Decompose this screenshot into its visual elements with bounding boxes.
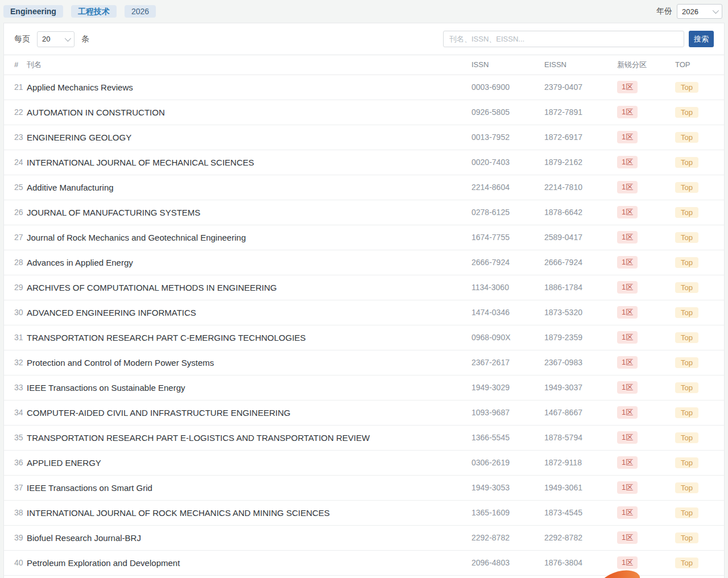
per-page-control: 每页 20 条 — [14, 31, 89, 47]
zone-badge: 1区 — [617, 356, 638, 369]
row-rank: 29 — [4, 275, 27, 300]
row-issn: 1474-0346 — [471, 300, 544, 325]
row-issn: 2367-2617 — [471, 350, 544, 375]
col-header-issn: ISSN — [471, 55, 544, 75]
table-row: 26 JOURNAL OF MANUFACTURING SYSTEMS 0278… — [4, 200, 724, 225]
row-issn: 0013-7952 — [471, 125, 544, 150]
zone-badge: 1区 — [617, 556, 638, 569]
zone-badge: 1区 — [617, 481, 638, 494]
zone-badge: 1区 — [617, 306, 638, 319]
col-header-zone: 新锐分区 — [617, 55, 675, 75]
top-badge: Top — [675, 332, 698, 343]
row-rank: 32 — [4, 350, 27, 375]
table-row: 21 Applied Mechanics Reviews 0003-6900 2… — [4, 75, 724, 100]
per-page-suffix-label: 条 — [81, 34, 89, 44]
row-issn: 1134-3060 — [471, 275, 544, 300]
year-dropdown-value: 2026 — [682, 7, 713, 16]
row-rank: 33 — [4, 375, 27, 400]
row-rank: 37 — [4, 475, 27, 500]
journal-name[interactable]: Additive Manufacturing — [27, 175, 471, 200]
zone-badge: 1区 — [617, 256, 638, 269]
top-badge: Top — [675, 132, 698, 143]
top-badge: Top — [675, 532, 698, 543]
year-dropdown[interactable]: 2026 — [677, 4, 722, 19]
col-header-eissn: EISSN — [544, 55, 617, 75]
year-label: 年份 — [656, 6, 672, 16]
row-rank: 26 — [4, 200, 27, 225]
journal-name[interactable]: Petroleum Exploration and Development — [27, 550, 471, 575]
zone-badge: 1区 — [617, 81, 638, 93]
journal-name[interactable]: APPLIED ENERGY — [27, 450, 471, 475]
row-issn: 1366-5545 — [471, 425, 544, 450]
zone-badge: 1区 — [617, 506, 638, 519]
row-issn: 2292-8782 — [471, 525, 544, 550]
per-page-value: 20 — [42, 35, 65, 43]
table-row: 39 Biofuel Research Journal-BRJ 2292-878… — [4, 525, 724, 550]
journal-name[interactable]: INTERNATIONAL JOURNAL OF MECHANICAL SCIE… — [27, 150, 471, 175]
zone-badge: 1区 — [617, 206, 638, 218]
col-header-name: 刊名 — [27, 55, 471, 75]
row-issn: 1365-1609 — [471, 500, 544, 525]
row-rank: 39 — [4, 525, 27, 550]
journal-name[interactable]: Biofuel Research Journal-BRJ — [27, 525, 471, 550]
journal-name[interactable]: AUTOMATION IN CONSTRUCTION — [27, 100, 471, 125]
top-badge: Top — [675, 257, 698, 268]
per-page-select[interactable]: 20 — [37, 31, 75, 47]
journal-name[interactable]: Applied Mechanics Reviews — [27, 75, 471, 100]
row-issn: 0306-2619 — [471, 450, 544, 475]
table-row: 34 COMPUTER-AIDED CIVIL AND INFRASTRUCTU… — [4, 400, 724, 425]
top-badge: Top — [675, 558, 698, 568]
journal-name[interactable]: IEEE Transactions on Sustainable Energy — [27, 375, 471, 400]
journal-name[interactable]: JOURNAL OF MANUFACTURING SYSTEMS — [27, 200, 471, 225]
journal-name[interactable]: TRANSPORTATION RESEARCH PART E-LOGISTICS… — [27, 425, 471, 450]
journal-name[interactable]: Protection and Control of Modern Power S… — [27, 350, 471, 375]
row-rank: 35 — [4, 425, 27, 450]
zone-badge: 1区 — [617, 456, 638, 469]
journal-name[interactable]: ARCHIVES OF COMPUTATIONAL METHODS IN ENG… — [27, 275, 471, 300]
zone-badge: 1区 — [617, 531, 638, 544]
tag-year[interactable]: 2026 — [125, 5, 156, 18]
row-rank: 36 — [4, 450, 27, 475]
journal-name[interactable]: Journal of Rock Mechanics and Geotechnic… — [27, 225, 471, 250]
top-badge: Top — [675, 407, 698, 418]
search-button[interactable]: 搜索 — [689, 31, 714, 47]
row-rank: 27 — [4, 225, 27, 250]
tag-category-cn[interactable]: 工程技术 — [71, 5, 117, 18]
row-rank: 22 — [4, 100, 27, 125]
row-rank: 23 — [4, 125, 27, 150]
row-eissn: 1878-5794 — [544, 425, 617, 450]
journal-name[interactable]: Advances in Applied Energy — [27, 250, 471, 275]
zone-badge: 1区 — [617, 156, 638, 168]
row-rank: 38 — [4, 500, 27, 525]
journal-name[interactable]: COMPUTER-AIDED CIVIL AND INFRASTRUCTURE … — [27, 400, 471, 425]
table-row: 35 TRANSPORTATION RESEARCH PART E-LOGIST… — [4, 425, 724, 450]
top-badge: Top — [675, 457, 698, 468]
top-badge: Top — [675, 482, 698, 493]
journal-name[interactable]: IEEE Transactions on Smart Grid — [27, 475, 471, 500]
table-row: 36 APPLIED ENERGY 0306-2619 1872-9118 1区… — [4, 450, 724, 475]
row-eissn: 1873-5320 — [544, 300, 617, 325]
row-rank: 31 — [4, 325, 27, 350]
row-eissn: 1876-3804 — [544, 550, 617, 575]
zone-badge: 1区 — [617, 106, 638, 118]
row-rank: 30 — [4, 300, 27, 325]
row-eissn: 2214-7810 — [544, 175, 617, 200]
col-header-rank: # — [4, 55, 27, 75]
row-eissn: 1949-3061 — [544, 475, 617, 500]
search-input[interactable] — [443, 31, 684, 47]
row-eissn: 2379-0407 — [544, 75, 617, 100]
journal-name[interactable]: TRANSPORTATION RESEARCH PART C-EMERGING … — [27, 325, 471, 350]
chevron-down-icon — [713, 7, 719, 14]
row-eissn: 2292-8782 — [544, 525, 617, 550]
row-issn: 1949-3053 — [471, 475, 544, 500]
tag-category-en[interactable]: Engineering — [3, 5, 63, 18]
row-eissn: 1873-4545 — [544, 500, 617, 525]
row-rank: 28 — [4, 250, 27, 275]
journal-name[interactable]: ENGINEERING GEOLOGY — [27, 125, 471, 150]
row-issn: 1949-3029 — [471, 375, 544, 400]
table-row: 32 Protection and Control of Modern Powe… — [4, 350, 724, 375]
journal-name[interactable]: INTERNATIONAL JOURNAL OF ROCK MECHANICS … — [27, 500, 471, 525]
row-eissn: 1467-8667 — [544, 400, 617, 425]
top-badge: Top — [675, 282, 698, 293]
journal-name[interactable]: ADVANCED ENGINEERING INFORMATICS — [27, 300, 471, 325]
